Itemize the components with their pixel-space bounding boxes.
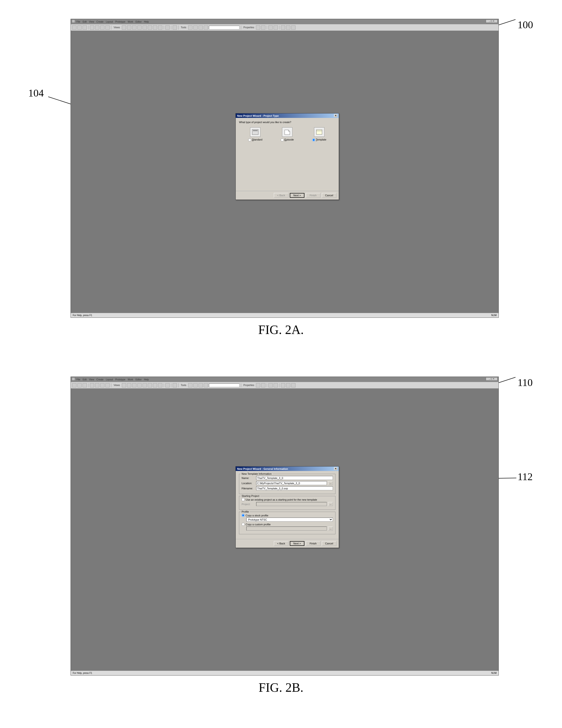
tool-combo[interactable]: [209, 26, 240, 29]
menu-layout[interactable]: Layout: [106, 378, 113, 381]
cancel-button[interactable]: Cancel: [322, 193, 336, 198]
browse-custom-button[interactable]: ...: [328, 527, 333, 531]
menu-prototype[interactable]: Prototype: [115, 20, 125, 23]
menu-editor[interactable]: Editor: [136, 20, 142, 23]
episode-icon[interactable]: [282, 127, 292, 137]
tool-combo[interactable]: [209, 383, 240, 387]
extra-btn-4[interactable]: [286, 25, 290, 30]
use-existing-checkbox[interactable]: [242, 498, 245, 501]
view-btn-8[interactable]: [158, 25, 162, 30]
save-icon[interactable]: [83, 25, 87, 30]
find-icon[interactable]: [105, 25, 110, 30]
view-btn-2[interactable]: [127, 25, 131, 30]
find-icon[interactable]: [105, 383, 110, 387]
view-btn-5[interactable]: [143, 25, 147, 30]
tool-btn-3[interactable]: [199, 25, 203, 30]
window-sys-icon[interactable]: [72, 377, 75, 381]
view-btn-8[interactable]: [158, 383, 162, 387]
open-icon[interactable]: [77, 25, 82, 30]
location-field[interactable]: [256, 481, 327, 485]
menu-edit[interactable]: Edit: [83, 378, 87, 381]
tool-btn-1[interactable]: [188, 25, 193, 30]
cancel-button[interactable]: Cancel: [322, 541, 336, 546]
help-icon[interactable]: [173, 383, 177, 387]
option-standard-label[interactable]: SStandardtandard: [248, 138, 263, 141]
browse-location-button[interactable]: ...: [328, 481, 333, 485]
menu-editor[interactable]: Editor: [136, 378, 142, 381]
tool-btn-4[interactable]: [204, 383, 208, 387]
italic-icon[interactable]: [165, 25, 170, 30]
menu-work[interactable]: Work: [128, 378, 133, 381]
menu-file[interactable]: File: [76, 20, 80, 23]
template-icon[interactable]: [314, 127, 324, 137]
open-icon[interactable]: [77, 383, 82, 387]
prop-btn-2[interactable]: [261, 383, 266, 387]
extra-btn-1[interactable]: [269, 25, 273, 30]
extra-btn-5[interactable]: [291, 383, 295, 387]
prop-btn-1[interactable]: [256, 25, 260, 30]
view-btn-5[interactable]: [143, 383, 147, 387]
extra-btn-4[interactable]: [286, 383, 290, 387]
extra-btn-3[interactable]: [281, 25, 285, 30]
window-controls[interactable]: _ ▢ ✕: [486, 377, 498, 381]
menu-view[interactable]: View: [89, 378, 94, 381]
menu-help[interactable]: Help: [144, 378, 149, 381]
view-btn-3[interactable]: [132, 25, 137, 30]
copy-icon[interactable]: [95, 383, 99, 387]
next-button[interactable]: Next >: [290, 541, 304, 546]
save-icon[interactable]: [83, 383, 87, 387]
tool-btn-3[interactable]: [199, 383, 203, 387]
filename-field[interactable]: [256, 486, 333, 490]
menu-help[interactable]: Help: [144, 20, 149, 23]
close-icon[interactable]: ✕: [334, 114, 337, 117]
radio-custom[interactable]: [242, 523, 245, 526]
window-sys-icon[interactable]: [72, 20, 75, 23]
view-btn-2[interactable]: [127, 383, 131, 387]
stock-profile-combo[interactable]: Prototype NTSC: [246, 518, 333, 522]
menu-edit[interactable]: Edit: [83, 20, 87, 23]
menu-file[interactable]: File: [76, 378, 80, 381]
use-existing-checkbox-label[interactable]: Use an existing project as a starting po…: [242, 498, 333, 501]
new-icon[interactable]: [72, 383, 76, 387]
radio-custom-label[interactable]: Copy a custom profile: [242, 523, 333, 526]
view-btn-6[interactable]: [148, 383, 152, 387]
tool-btn-2[interactable]: [193, 25, 198, 30]
new-icon[interactable]: [72, 25, 76, 30]
menu-work[interactable]: Work: [128, 20, 133, 23]
view-btn-7[interactable]: [153, 25, 157, 30]
extra-btn-1[interactable]: [269, 383, 273, 387]
menu-prototype[interactable]: Prototype: [115, 378, 125, 381]
radio-episode[interactable]: [281, 138, 284, 141]
dialog-titlebar[interactable]: New Project Wizard : Project Type ✕: [236, 113, 339, 118]
extra-btn-2[interactable]: [274, 383, 278, 387]
paste-icon[interactable]: [100, 383, 105, 387]
copy-icon[interactable]: [95, 25, 99, 30]
view-btn-4[interactable]: [137, 383, 142, 387]
extra-btn-2[interactable]: [274, 25, 278, 30]
option-episode-label[interactable]: Episode: [281, 138, 294, 141]
name-field[interactable]: [256, 476, 333, 480]
cut-icon[interactable]: [90, 25, 94, 30]
radio-stock[interactable]: [242, 514, 245, 517]
view-btn-3[interactable]: [132, 383, 137, 387]
close-icon[interactable]: ✕: [334, 467, 337, 470]
menu-view[interactable]: View: [89, 20, 94, 23]
tool-btn-4[interactable]: [204, 25, 208, 30]
standard-icon[interactable]: [250, 127, 261, 137]
option-template-label[interactable]: Template: [312, 138, 326, 141]
view-btn-7[interactable]: [153, 383, 157, 387]
prop-btn-2[interactable]: [261, 25, 266, 30]
view-btn-4[interactable]: [137, 25, 142, 30]
radio-standard[interactable]: [248, 138, 251, 141]
view-btn-6[interactable]: [148, 25, 152, 30]
window-controls[interactable]: _ ▢ ✕: [486, 20, 498, 23]
paste-icon[interactable]: [100, 25, 105, 30]
tool-btn-2[interactable]: [193, 383, 198, 387]
cut-icon[interactable]: [90, 383, 94, 387]
prop-btn-1[interactable]: [256, 383, 260, 387]
menu-create[interactable]: Create: [97, 378, 104, 381]
italic-icon[interactable]: [165, 383, 170, 387]
extra-btn-5[interactable]: [291, 25, 295, 30]
dialog-titlebar[interactable]: New Project Wizard : General Information…: [236, 467, 339, 471]
back-button[interactable]: < Back: [274, 193, 288, 198]
